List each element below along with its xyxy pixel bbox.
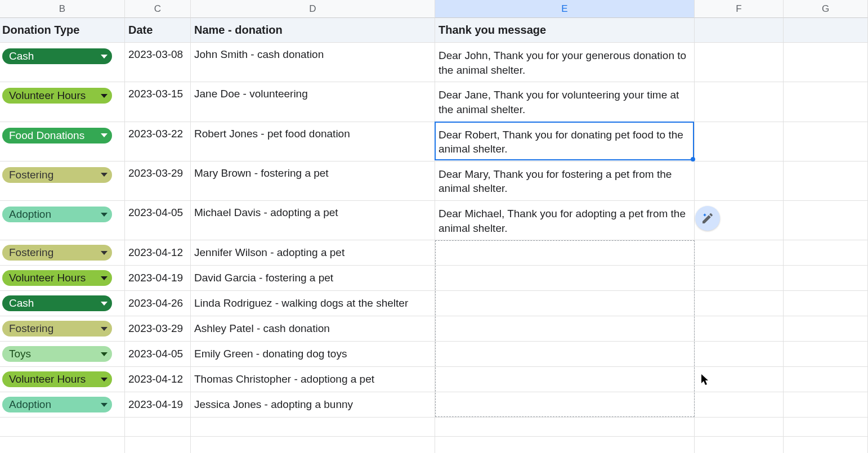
cell-empty[interactable] [784,291,868,316]
column-header-c[interactable]: C [125,0,191,18]
cell-donation-type[interactable]: Volunteer Hours [0,266,125,290]
cell-name[interactable]: David Garcia - fostering a pet [191,266,435,290]
donation-type-chip[interactable]: Fostering [2,245,112,261]
cell-empty[interactable] [125,418,191,436]
donation-type-chip[interactable]: Fostering [2,321,112,337]
donation-type-chip[interactable]: Cash [2,295,112,311]
donation-type-chip[interactable]: Volunteer Hours [2,371,112,387]
cell-message[interactable] [435,367,695,392]
cell-donation-type[interactable]: Fostering [0,316,125,341]
cell-date[interactable]: 2023-03-15 [125,82,191,121]
cell-empty[interactable] [435,418,695,436]
header-date[interactable]: Date [125,18,191,42]
cell-name[interactable]: Mary Brown - fostering a pet [191,162,435,200]
cell-donation-type[interactable]: Adoption [0,201,125,240]
cell-empty[interactable] [695,437,784,453]
cell-donation-type[interactable]: Toys [0,342,125,366]
cell-empty[interactable] [784,418,868,436]
cell-message[interactable] [435,291,695,316]
cell-empty[interactable] [695,266,784,290]
column-header-e[interactable]: E [435,0,695,18]
column-header-b[interactable]: B [0,0,125,18]
cell-empty[interactable] [784,82,868,121]
cell-message[interactable] [435,342,695,366]
cell-name[interactable]: Linda Rodriguez - walking dogs at the sh… [191,291,435,316]
cell-donation-type[interactable]: Cash [0,43,125,82]
smart-fill-button[interactable] [695,206,720,231]
donation-type-chip[interactable]: Toys [2,346,112,362]
cell-donation-type[interactable]: Fostering [0,240,125,265]
header-f[interactable] [695,18,784,42]
cell-message[interactable]: Dear Robert, Thank you for donating pet … [435,122,695,161]
cell-donation-type[interactable]: Volunteer Hours [0,367,125,392]
cell-name[interactable]: Michael Davis - adopting a pet [191,201,435,240]
cell-empty[interactable] [784,316,868,341]
cell-empty[interactable] [695,291,784,316]
cell-date[interactable]: 2023-04-05 [125,201,191,240]
cell-date[interactable]: 2023-03-29 [125,162,191,200]
header-donation-type[interactable]: Donation Type [0,18,125,42]
cell-name[interactable]: Jessica Jones - adopting a bunny [191,392,435,417]
cell-empty[interactable] [695,82,784,121]
cell-empty[interactable] [0,437,125,453]
cell-empty[interactable] [784,122,868,161]
cell-name[interactable]: John Smith - cash donation [191,43,435,82]
cell-message[interactable]: Dear Michael, Thank you for adopting a p… [435,201,695,240]
cell-date[interactable]: 2023-04-05 [125,342,191,366]
cell-empty[interactable] [695,392,784,417]
cell-date[interactable]: 2023-04-26 [125,291,191,316]
cell-name[interactable]: Jennifer Wilson - adopting a pet [191,240,435,265]
header-thank-you[interactable]: Thank you message [435,18,695,42]
column-header-d[interactable]: D [191,0,435,18]
cell-date[interactable]: 2023-04-19 [125,392,191,417]
cell-empty[interactable] [784,201,868,240]
cell-name[interactable]: Thomas Christopher - adoptiong a pet [191,367,435,392]
cell-empty[interactable] [695,162,784,200]
cell-donation-type[interactable]: Volunteer Hours [0,82,125,121]
cell-date[interactable]: 2023-04-12 [125,240,191,265]
cell-empty[interactable] [695,122,784,161]
cell-name[interactable]: Ashley Patel - cash donation [191,316,435,341]
donation-type-chip[interactable]: Fostering [2,167,112,183]
cell-empty[interactable] [784,162,868,200]
cell-message[interactable] [435,392,695,417]
cell-empty[interactable] [0,418,125,436]
cell-empty[interactable] [695,316,784,341]
cell-donation-type[interactable]: Fostering [0,162,125,200]
cell-message[interactable]: Dear Mary, Thank you for fostering a pet… [435,162,695,200]
cell-name[interactable]: Robert Jones - pet food donation [191,122,435,161]
cell-message[interactable]: Dear John, Thank you for your generous d… [435,43,695,82]
donation-type-chip[interactable]: Food Donations [2,128,112,143]
cell-name[interactable]: Emily Green - donating dog toys [191,342,435,366]
cell-empty[interactable] [784,367,868,392]
donation-type-chip[interactable]: Volunteer Hours [2,88,112,104]
cell-message[interactable] [435,240,695,265]
cell-empty[interactable] [784,437,868,453]
cell-empty[interactable] [695,342,784,366]
cell-date[interactable]: 2023-04-19 [125,266,191,290]
cell-message[interactable]: Dear Jane, Thank you for volunteering yo… [435,82,695,121]
cell-donation-type[interactable]: Cash [0,291,125,316]
cell-empty[interactable] [191,437,435,453]
cell-date[interactable]: 2023-03-08 [125,43,191,82]
cell-empty[interactable] [784,240,868,265]
header-g[interactable] [784,18,868,42]
column-header-g[interactable]: G [784,0,868,18]
donation-type-chip[interactable]: Adoption [2,207,112,222]
cell-empty[interactable] [435,437,695,453]
cell-message[interactable] [435,316,695,341]
cell-empty[interactable] [784,392,868,417]
cell-date[interactable]: 2023-03-22 [125,122,191,161]
cell-empty[interactable] [695,43,784,82]
cell-message[interactable] [435,266,695,290]
donation-type-chip[interactable]: Volunteer Hours [2,270,112,286]
header-name-donation[interactable]: Name - donation [191,18,435,42]
cell-empty[interactable] [784,266,868,290]
donation-type-chip[interactable]: Adoption [2,397,112,412]
cell-date[interactable]: 2023-03-29 [125,316,191,341]
cell-name[interactable]: Jane Doe - volunteering [191,82,435,121]
cell-empty[interactable] [191,418,435,436]
column-header-f[interactable]: F [695,0,784,18]
cell-empty[interactable] [695,418,784,436]
cell-donation-type[interactable]: Adoption [0,392,125,417]
